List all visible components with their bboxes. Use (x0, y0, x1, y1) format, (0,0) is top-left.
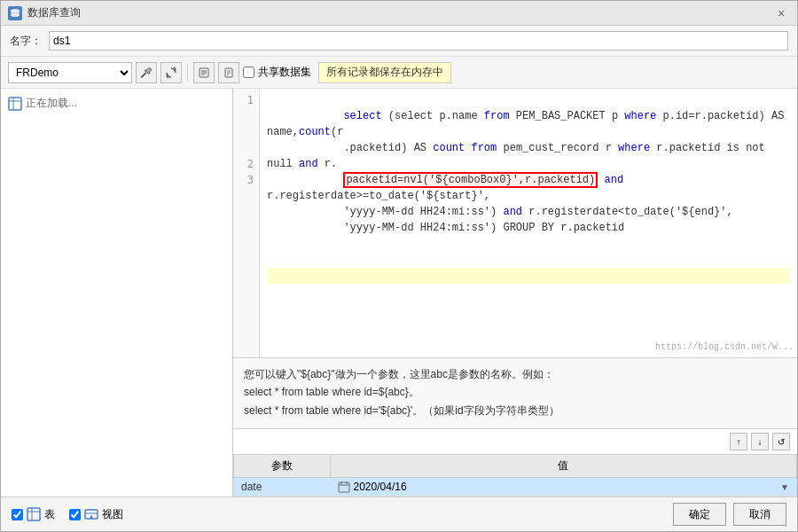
name-input[interactable] (49, 31, 788, 51)
watermark: https://blog.csdn.net/W... (655, 340, 794, 356)
status-text: 所有记录都保存在内存中 (318, 62, 451, 83)
code-line-2 (267, 252, 790, 268)
dialog-title: 数据库查询 (27, 5, 81, 20)
page-button[interactable] (193, 62, 215, 83)
refresh-button[interactable] (160, 62, 182, 83)
table-check-label[interactable]: 表 (12, 507, 55, 522)
right-bottom-area: 您可以键入"${abc}"做为一个参数，这里abc是参数的名称。例如： sele… (233, 357, 797, 497)
toolbar-row: FRDemo (1, 57, 797, 89)
hint-line2: select * from table where id=${abc}。 (244, 383, 786, 401)
svg-rect-12 (9, 98, 21, 110)
hint-line3: select * from table where id='${abc}'。（如… (244, 402, 786, 419)
param-value-cell: ▼ (338, 481, 789, 493)
dropdown-arrow-icon[interactable]: ▼ (780, 482, 789, 492)
view-checkbox[interactable] (69, 509, 81, 520)
page2-button[interactable] (218, 62, 239, 83)
col-param: 参数 (234, 455, 331, 478)
title-bar: 数据库查询 × (1, 1, 797, 26)
close-button[interactable]: × (772, 4, 790, 22)
view-check-label[interactable]: 视图 (69, 507, 123, 522)
share-checkbox-label[interactable]: 共享数据集 (243, 65, 311, 80)
view-icon (84, 507, 98, 521)
left-panel: 正在加载... (1, 89, 233, 497)
db-icon (8, 6, 22, 20)
line-numbers: 1 2 3 (233, 89, 260, 357)
table-icon (8, 97, 22, 111)
separator (187, 64, 188, 82)
name-label: 名字： (10, 34, 42, 49)
action-buttons: 确定 取消 (673, 503, 786, 526)
table-checkbox[interactable] (12, 509, 23, 520)
svg-rect-3 (140, 72, 146, 78)
line-num-3: 3 (247, 172, 254, 188)
params-header: ↑ ↓ ↺ (233, 429, 797, 454)
params-panel: ↑ ↓ ↺ 参数 值 (233, 428, 797, 497)
main-area: 正在加载... 1 2 3 select (select p.name from… (1, 89, 797, 497)
dialog: 数据库查询 × 名字： FRDemo (0, 0, 798, 532)
hint-line1: 您可以键入"${abc}"做为一个参数，这里abc是参数的名称。例如： (244, 365, 786, 383)
title-bar-left: 数据库查询 (8, 5, 81, 20)
view-label: 视图 (102, 507, 123, 522)
code-line-1: select (select p.name from PEM_BAS_PACKE… (267, 92, 790, 252)
line-num-2: 2 (247, 156, 254, 172)
params-table: 参数 值 date (233, 454, 797, 497)
param-name: date (241, 481, 262, 493)
hint-panel: 您可以键入"${abc}"做为一个参数，这里abc是参数的名称。例如： sele… (233, 357, 797, 428)
ok-button[interactable]: 确定 (673, 503, 726, 526)
share-checkbox[interactable] (243, 66, 254, 78)
date-input[interactable] (354, 481, 778, 493)
wrench-button[interactable] (136, 62, 157, 83)
table-small-icon (27, 507, 41, 521)
line-num-1: 1 (247, 92, 254, 108)
code-line-3 (267, 268, 790, 284)
code-editor[interactable]: select (select p.name from PEM_BAS_PACKE… (260, 89, 797, 357)
params-down-button[interactable]: ↓ (751, 433, 769, 450)
bottom-checkboxes: 表 视图 (12, 507, 123, 522)
params-refresh-button[interactable]: ↺ (772, 433, 790, 450)
loading-text: 正在加载... (1, 89, 232, 118)
params-up-button[interactable]: ↑ (730, 433, 747, 450)
cancel-button[interactable]: 取消 (733, 503, 786, 526)
right-panel: 1 2 3 select (select p.name from PEM_BAS… (233, 89, 797, 497)
svg-point-2 (11, 13, 20, 17)
svg-point-24 (90, 516, 93, 519)
table-label: 表 (44, 507, 55, 522)
share-label: 共享数据集 (258, 65, 311, 80)
svg-rect-15 (339, 482, 349, 492)
calendar-icon (338, 481, 350, 493)
svg-rect-19 (27, 508, 40, 520)
db-select[interactable]: FRDemo (8, 62, 132, 83)
name-row: 名字： (1, 26, 797, 57)
editor-area: 1 2 3 select (select p.name from PEM_BAS… (233, 89, 797, 357)
col-value: 值 (330, 455, 796, 478)
table-row[interactable]: date (234, 478, 797, 497)
